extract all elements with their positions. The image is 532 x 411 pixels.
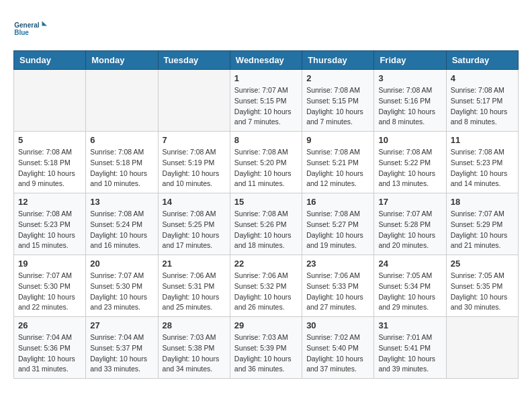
calendar-cell: 29Sunrise: 7:03 AMSunset: 5:39 PMDayligh… — [230, 317, 302, 379]
calendar-cell — [86, 70, 158, 132]
day-info: Sunrise: 7:08 AMSunset: 5:27 PMDaylight:… — [306, 209, 369, 251]
calendar-cell — [14, 70, 86, 132]
calendar-table: SundayMondayTuesdayWednesdayThursdayFrid… — [13, 50, 519, 379]
day-info: Sunrise: 7:08 AMSunset: 5:19 PMDaylight:… — [163, 147, 226, 189]
day-number: 11 — [451, 135, 514, 145]
calendar-cell: 17Sunrise: 7:07 AMSunset: 5:28 PMDayligh… — [374, 193, 446, 255]
day-number: 26 — [18, 320, 81, 330]
weekday-header-tuesday: Tuesday — [158, 51, 230, 70]
day-info: Sunrise: 7:03 AMSunset: 5:39 PMDaylight:… — [234, 332, 298, 375]
day-number: 24 — [378, 259, 441, 269]
calendar-cell: 5Sunrise: 7:08 AMSunset: 5:18 PMDaylight… — [14, 132, 86, 193]
day-info: Sunrise: 7:08 AMSunset: 5:21 PMDaylight:… — [306, 147, 369, 189]
calendar-cell: 23Sunrise: 7:06 AMSunset: 5:33 PMDayligh… — [302, 255, 374, 317]
day-number: 25 — [451, 259, 514, 269]
calendar-week-row: 5Sunrise: 7:08 AMSunset: 5:18 PMDaylight… — [14, 132, 519, 193]
day-info: Sunrise: 7:07 AMSunset: 5:28 PMDaylight:… — [378, 209, 441, 251]
calendar-cell: 14Sunrise: 7:08 AMSunset: 5:25 PMDayligh… — [158, 193, 230, 255]
calendar-cell — [446, 317, 518, 379]
day-number: 21 — [163, 259, 226, 269]
day-info: Sunrise: 7:04 AMSunset: 5:36 PMDaylight:… — [18, 332, 81, 375]
calendar-cell: 12Sunrise: 7:08 AMSunset: 5:23 PMDayligh… — [14, 193, 86, 255]
day-info: Sunrise: 7:08 AMSunset: 5:20 PMDaylight:… — [234, 147, 298, 189]
day-info: Sunrise: 7:08 AMSunset: 5:18 PMDaylight:… — [18, 147, 81, 189]
day-info: Sunrise: 7:08 AMSunset: 5:23 PMDaylight:… — [451, 147, 514, 189]
day-info: Sunrise: 7:07 AMSunset: 5:29 PMDaylight:… — [451, 209, 514, 251]
calendar-cell: 25Sunrise: 7:05 AMSunset: 5:35 PMDayligh… — [446, 255, 518, 317]
day-number: 4 — [451, 73, 514, 83]
weekday-header-monday: Monday — [86, 51, 158, 70]
day-number: 7 — [163, 135, 226, 145]
calendar-cell: 11Sunrise: 7:08 AMSunset: 5:23 PMDayligh… — [446, 132, 518, 193]
day-number: 18 — [451, 197, 514, 207]
day-number: 27 — [90, 320, 153, 330]
day-number: 23 — [306, 259, 369, 269]
day-info: Sunrise: 7:08 AMSunset: 5:24 PMDaylight:… — [90, 209, 153, 251]
calendar-cell: 10Sunrise: 7:08 AMSunset: 5:22 PMDayligh… — [374, 132, 446, 193]
day-number: 2 — [306, 73, 369, 83]
calendar-cell: 27Sunrise: 7:04 AMSunset: 5:37 PMDayligh… — [86, 317, 158, 379]
weekday-header-row: SundayMondayTuesdayWednesdayThursdayFrid… — [14, 51, 519, 70]
day-info: Sunrise: 7:08 AMSunset: 5:26 PMDaylight:… — [234, 209, 298, 251]
day-number: 13 — [90, 197, 153, 207]
day-info: Sunrise: 7:06 AMSunset: 5:31 PMDaylight:… — [163, 271, 226, 313]
calendar-cell: 4Sunrise: 7:08 AMSunset: 5:17 PMDaylight… — [446, 70, 518, 132]
svg-text:General: General — [14, 21, 39, 29]
day-number: 20 — [90, 259, 153, 269]
calendar-cell: 6Sunrise: 7:08 AMSunset: 5:18 PMDaylight… — [86, 132, 158, 193]
day-info: Sunrise: 7:03 AMSunset: 5:38 PMDaylight:… — [163, 332, 226, 375]
calendar-cell: 30Sunrise: 7:02 AMSunset: 5:40 PMDayligh… — [302, 317, 374, 379]
logo: General Blue — [13, 13, 47, 44]
day-info: Sunrise: 7:08 AMSunset: 5:15 PMDaylight:… — [306, 85, 369, 128]
weekday-header-saturday: Saturday — [446, 51, 518, 70]
day-number: 31 — [378, 320, 441, 330]
day-number: 17 — [378, 197, 441, 207]
calendar-cell: 8Sunrise: 7:08 AMSunset: 5:20 PMDaylight… — [230, 132, 302, 193]
calendar-cell: 21Sunrise: 7:06 AMSunset: 5:31 PMDayligh… — [158, 255, 230, 317]
day-info: Sunrise: 7:07 AMSunset: 5:15 PMDaylight:… — [234, 85, 298, 128]
svg-marker-2 — [42, 21, 48, 26]
day-number: 10 — [378, 135, 441, 145]
calendar-cell: 2Sunrise: 7:08 AMSunset: 5:15 PMDaylight… — [302, 70, 374, 132]
day-number: 29 — [234, 320, 298, 330]
calendar-cell — [158, 70, 230, 132]
day-info: Sunrise: 7:02 AMSunset: 5:40 PMDaylight:… — [306, 332, 369, 375]
calendar-cell: 24Sunrise: 7:05 AMSunset: 5:34 PMDayligh… — [374, 255, 446, 317]
day-info: Sunrise: 7:08 AMSunset: 5:16 PMDaylight:… — [378, 85, 441, 128]
day-info: Sunrise: 7:05 AMSunset: 5:34 PMDaylight:… — [378, 271, 441, 313]
day-number: 14 — [163, 197, 226, 207]
day-number: 6 — [90, 135, 153, 145]
calendar-cell: 22Sunrise: 7:06 AMSunset: 5:32 PMDayligh… — [230, 255, 302, 317]
calendar-cell: 16Sunrise: 7:08 AMSunset: 5:27 PMDayligh… — [302, 193, 374, 255]
day-number: 28 — [163, 320, 226, 330]
day-info: Sunrise: 7:08 AMSunset: 5:22 PMDaylight:… — [378, 147, 441, 189]
day-info: Sunrise: 7:04 AMSunset: 5:37 PMDaylight:… — [90, 332, 153, 375]
day-number: 19 — [18, 259, 81, 269]
calendar-cell: 26Sunrise: 7:04 AMSunset: 5:36 PMDayligh… — [14, 317, 86, 379]
weekday-header-friday: Friday — [374, 51, 446, 70]
day-info: Sunrise: 7:06 AMSunset: 5:33 PMDaylight:… — [306, 271, 369, 313]
day-info: Sunrise: 7:08 AMSunset: 5:25 PMDaylight:… — [163, 209, 226, 251]
calendar-cell: 9Sunrise: 7:08 AMSunset: 5:21 PMDaylight… — [302, 132, 374, 193]
day-info: Sunrise: 7:07 AMSunset: 5:30 PMDaylight:… — [90, 271, 153, 313]
day-number: 1 — [234, 73, 298, 83]
calendar-cell: 1Sunrise: 7:07 AMSunset: 5:15 PMDaylight… — [230, 70, 302, 132]
day-info: Sunrise: 7:06 AMSunset: 5:32 PMDaylight:… — [234, 271, 298, 313]
calendar-week-row: 26Sunrise: 7:04 AMSunset: 5:36 PMDayligh… — [14, 317, 519, 379]
day-number: 9 — [306, 135, 369, 145]
day-info: Sunrise: 7:08 AMSunset: 5:23 PMDaylight:… — [18, 209, 81, 251]
day-info: Sunrise: 7:05 AMSunset: 5:35 PMDaylight:… — [451, 271, 514, 313]
calendar-cell: 13Sunrise: 7:08 AMSunset: 5:24 PMDayligh… — [86, 193, 158, 255]
day-info: Sunrise: 7:08 AMSunset: 5:18 PMDaylight:… — [90, 147, 153, 189]
svg-text:Blue: Blue — [14, 29, 29, 36]
day-number: 5 — [18, 135, 81, 145]
weekday-header-sunday: Sunday — [14, 51, 86, 70]
day-number: 15 — [234, 197, 298, 207]
day-number: 3 — [378, 73, 441, 83]
calendar-cell: 15Sunrise: 7:08 AMSunset: 5:26 PMDayligh… — [230, 193, 302, 255]
day-number: 22 — [234, 259, 298, 269]
day-number: 12 — [18, 197, 81, 207]
logo-svg: General Blue — [13, 13, 47, 44]
calendar-cell: 3Sunrise: 7:08 AMSunset: 5:16 PMDaylight… — [374, 70, 446, 132]
day-info: Sunrise: 7:07 AMSunset: 5:30 PMDaylight:… — [18, 271, 81, 313]
